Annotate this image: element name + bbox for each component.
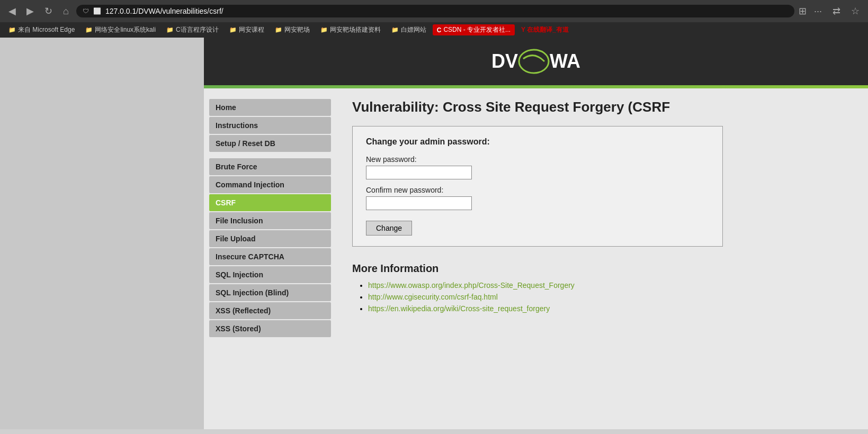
- page-title: Vulnerability: Cross Site Request Forger…: [352, 99, 852, 115]
- bookmark-csdn[interactable]: CSDN - 专业开发者社...: [433, 24, 515, 35]
- sidebar-item-instructions[interactable]: Instructions: [209, 117, 331, 134]
- sidebar-item-sql-injection-blind[interactable]: SQL Injection (Blind): [209, 284, 331, 301]
- sidebar-item-sql-injection[interactable]: SQL Injection: [209, 266, 331, 283]
- bookmark-wangan-range[interactable]: 网安靶场: [271, 24, 314, 35]
- sidebar-item-csrf[interactable]: CSRF: [209, 194, 331, 211]
- more-info-heading: More Information: [352, 263, 852, 275]
- star-button[interactable]: ☆: [848, 4, 863, 18]
- confirm-password-input[interactable]: [366, 196, 472, 210]
- bookmark-baipiao[interactable]: 白嫖网站: [387, 24, 431, 35]
- confirm-password-label: Confirm new password:: [366, 186, 709, 194]
- bookmark-c-language[interactable]: C语言程序设计: [162, 24, 223, 35]
- address-input[interactable]: [105, 7, 788, 15]
- bookmark-wangan-course[interactable]: 网安课程: [225, 24, 269, 35]
- list-item: https://www.owasp.org/index.php/Cross-Si…: [368, 281, 852, 290]
- more-button[interactable]: ···: [811, 5, 825, 18]
- grid-icon: ⊞: [799, 5, 807, 17]
- back-button[interactable]: ◀: [5, 4, 19, 18]
- csrf-form-panel: Change your admin password: New password…: [352, 126, 723, 247]
- sidebar-item-setup-reset-db[interactable]: Setup / Reset DB: [209, 135, 331, 152]
- page-content: Vulnerability: Cross Site Request Forger…: [336, 88, 868, 349]
- dvwa-logo-text: DV: [491, 50, 518, 73]
- sidebar-item-xss-reflected[interactable]: XSS (Reflected): [209, 302, 331, 319]
- bookmark-microsoft-edge[interactable]: 来自 Microsoft Edge: [4, 24, 79, 35]
- sidebar: Home Instructions Setup / Reset DB Brute…: [204, 88, 336, 349]
- bookmark-wangan-setup[interactable]: 网安靶场搭建资料: [316, 24, 385, 35]
- sidebar-item-file-inclusion[interactable]: File Inclusion: [209, 212, 331, 229]
- bookmark-youdao[interactable]: Y 在线翻译_有道: [517, 24, 573, 35]
- translate-button[interactable]: ⇄: [829, 4, 844, 18]
- dvwa-logo: DV WA: [491, 48, 580, 75]
- security-icon: 🛡: [83, 7, 89, 15]
- new-password-input[interactable]: [366, 166, 472, 179]
- change-button[interactable]: Change: [366, 221, 412, 236]
- more-info-links: https://www.owasp.org/index.php/Cross-Si…: [352, 281, 852, 313]
- wikipedia-link[interactable]: https://en.wikipedia.org/wiki/Cross-site…: [368, 304, 550, 313]
- bookmarks-bar: 来自 Microsoft Edge 网络安全linux系统kali C语言程序设…: [0, 22, 868, 38]
- browser-chrome: ◀ ▶ ↻ ⌂ 🛡 ⬜ ⊞ ··· ⇄ ☆: [0, 0, 868, 22]
- left-gray-panel: [0, 38, 204, 429]
- tab-icon: ⬜: [93, 7, 101, 15]
- cgisecurity-link[interactable]: http://www.cgisecurity.com/csrf-faq.html: [368, 293, 498, 301]
- sidebar-item-command-injection[interactable]: Command Injection: [209, 176, 331, 193]
- dvwa-logo-text2: WA: [550, 50, 580, 73]
- content-below-header: Home Instructions Setup / Reset DB Brute…: [204, 88, 868, 349]
- form-heading: Change your admin password:: [366, 137, 709, 147]
- list-item: https://en.wikipedia.org/wiki/Cross-site…: [368, 304, 852, 313]
- forward-button[interactable]: ▶: [23, 4, 37, 18]
- confirm-password-group: Confirm new password:: [366, 186, 709, 210]
- page-wrapper: DV WA Home Instructions Setup / Reset DB…: [0, 38, 868, 429]
- more-info-section: More Information https://www.owasp.org/i…: [352, 263, 852, 313]
- sidebar-item-home[interactable]: Home: [209, 99, 331, 116]
- new-password-label: New password:: [366, 155, 709, 164]
- bookmark-kali[interactable]: 网络安全linux系统kali: [81, 24, 160, 35]
- reload-button[interactable]: ↻: [41, 4, 56, 18]
- sidebar-spacer: [209, 153, 331, 158]
- dvwa-header: DV WA: [204, 38, 868, 85]
- owasp-link[interactable]: https://www.owasp.org/index.php/Cross-Si…: [368, 281, 575, 290]
- dvwa-swoosh-icon: [518, 48, 550, 75]
- home-button[interactable]: ⌂: [60, 5, 72, 18]
- sidebar-item-brute-force[interactable]: Brute Force: [209, 158, 331, 175]
- new-password-group: New password:: [366, 155, 709, 179]
- sidebar-item-xss-stored[interactable]: XSS (Stored): [209, 320, 331, 337]
- address-bar-container: 🛡 ⬜: [76, 5, 794, 17]
- list-item: http://www.cgisecurity.com/csrf-faq.html: [368, 293, 852, 301]
- sidebar-item-insecure-captcha[interactable]: Insecure CAPTCHA: [209, 248, 331, 265]
- main-area: DV WA Home Instructions Setup / Reset DB…: [204, 38, 868, 429]
- sidebar-item-file-upload[interactable]: File Upload: [209, 230, 331, 247]
